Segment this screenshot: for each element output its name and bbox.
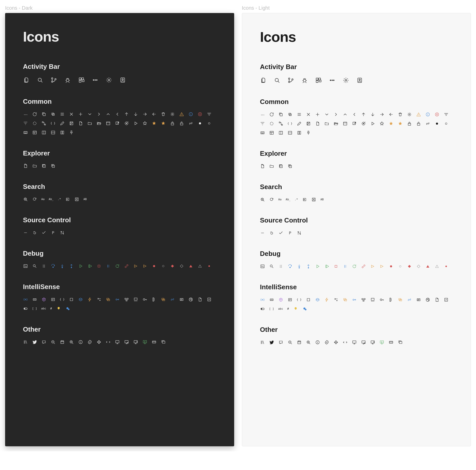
star-outline-icon[interactable] bbox=[142, 121, 147, 126]
symbol-variable-icon[interactable] bbox=[23, 297, 28, 302]
copies-icon[interactable] bbox=[287, 112, 293, 117]
replace-all-icon[interactable]: AB bbox=[83, 197, 87, 202]
arrow-left-icon[interactable] bbox=[152, 112, 157, 117]
credit-card-icon[interactable] bbox=[152, 340, 157, 345]
settings-gear-icon[interactable] bbox=[343, 77, 349, 84]
tree-icon[interactable] bbox=[41, 121, 46, 126]
folder-open-icon[interactable] bbox=[333, 121, 339, 126]
compare-changes-icon[interactable] bbox=[297, 230, 302, 236]
symbol-reference-icon[interactable] bbox=[170, 297, 175, 302]
new-file-icon[interactable] bbox=[260, 164, 265, 169]
discard-icon[interactable] bbox=[32, 230, 37, 235]
more-icon[interactable] bbox=[92, 77, 98, 83]
edit-pencil-icon[interactable] bbox=[297, 121, 302, 126]
symbol-namespace-icon[interactable]: { } bbox=[297, 297, 302, 302]
pin-icon[interactable] bbox=[69, 130, 74, 135]
step-out-icon[interactable] bbox=[306, 264, 311, 269]
library-icon[interactable] bbox=[260, 340, 265, 345]
symbol-class-icon[interactable] bbox=[278, 297, 283, 302]
preserve-case-icon[interactable] bbox=[65, 197, 70, 202]
symbol-module-icon[interactable] bbox=[69, 297, 74, 302]
breakpoint-icon[interactable] bbox=[389, 264, 394, 269]
symbol-field-icon[interactable] bbox=[32, 297, 37, 302]
step-into-icon[interactable] bbox=[297, 264, 302, 269]
folder-icon[interactable] bbox=[324, 121, 329, 126]
extensions-icon[interactable] bbox=[315, 77, 322, 84]
exclude-icon[interactable] bbox=[74, 197, 79, 202]
breakpoint-triangle-outline-icon[interactable] bbox=[197, 264, 203, 269]
files-icon[interactable] bbox=[260, 77, 267, 84]
check-icon[interactable] bbox=[41, 230, 46, 235]
warning-icon[interactable] bbox=[179, 112, 184, 117]
move-icon[interactable] bbox=[96, 340, 102, 345]
stop-icon[interactable] bbox=[96, 264, 102, 269]
lock-icon[interactable] bbox=[407, 121, 412, 126]
search-icon[interactable] bbox=[37, 77, 43, 83]
filter-lines-icon[interactable] bbox=[444, 112, 449, 117]
external-link-icon[interactable] bbox=[352, 121, 357, 126]
symbol-key-icon[interactable] bbox=[142, 297, 147, 302]
new-folder-icon[interactable] bbox=[269, 164, 274, 169]
gripper-icon[interactable] bbox=[278, 264, 283, 269]
search-refresh-icon[interactable] bbox=[32, 197, 37, 202]
add-icon[interactable] bbox=[315, 112, 320, 117]
filter-lines-icon[interactable] bbox=[207, 112, 212, 117]
keyboard-icon[interactable] bbox=[260, 130, 265, 135]
window-icon[interactable] bbox=[106, 121, 111, 126]
settings-gear-icon[interactable] bbox=[106, 77, 112, 83]
info-outline-icon[interactable] bbox=[78, 340, 83, 345]
chevron-up-icon[interactable] bbox=[106, 112, 111, 117]
breakpoint-triangle-icon[interactable] bbox=[188, 264, 193, 269]
ellipsis-icon[interactable]: ⋯ bbox=[260, 112, 265, 117]
vm-connect-icon[interactable] bbox=[133, 340, 138, 345]
folder-icon[interactable] bbox=[87, 121, 92, 126]
search-stop-icon[interactable] bbox=[23, 197, 28, 202]
step-over-icon[interactable] bbox=[287, 264, 293, 269]
symbol-boolean-icon[interactable] bbox=[260, 306, 265, 311]
warning-icon[interactable] bbox=[416, 112, 421, 117]
library-icon[interactable] bbox=[23, 340, 28, 345]
step-into-icon[interactable] bbox=[60, 264, 65, 269]
zoom-in-icon[interactable] bbox=[306, 340, 311, 345]
symbol-misc2-icon[interactable] bbox=[207, 297, 212, 302]
symbol-variable-icon[interactable] bbox=[260, 297, 265, 302]
pause-icon[interactable] bbox=[343, 264, 348, 269]
search-refresh-icon[interactable] bbox=[269, 197, 274, 202]
play-icon[interactable] bbox=[133, 121, 138, 126]
json-braces-icon[interactable]: { } bbox=[287, 121, 293, 126]
symbol-misc2-icon[interactable] bbox=[444, 297, 449, 302]
symbol-struct-icon[interactable] bbox=[361, 297, 366, 302]
circle-filled-icon[interactable] bbox=[434, 121, 440, 126]
comment-icon[interactable] bbox=[41, 340, 46, 345]
move-icon[interactable] bbox=[333, 340, 339, 345]
regex-icon[interactable]: .* bbox=[295, 197, 298, 202]
chevron-left-icon[interactable] bbox=[115, 112, 120, 117]
symbol-ruler-icon[interactable] bbox=[389, 297, 394, 302]
calendar-icon[interactable] bbox=[60, 340, 65, 345]
multiple-windows-icon[interactable] bbox=[398, 340, 403, 345]
trash-icon[interactable] bbox=[161, 112, 166, 117]
remote-icon[interactable] bbox=[106, 340, 111, 345]
keyboard-icon[interactable] bbox=[23, 130, 28, 135]
symbol-number-icon[interactable]: # bbox=[50, 306, 52, 311]
breakpoint-diamond-outline-icon[interactable] bbox=[416, 264, 421, 269]
breakpoint-diamond-icon[interactable] bbox=[170, 264, 175, 269]
symbol-array-icon[interactable]: [ ] bbox=[269, 306, 274, 311]
trash-icon[interactable] bbox=[398, 112, 403, 117]
refresh-icon[interactable] bbox=[32, 112, 37, 117]
lightbulb-autofix-icon[interactable] bbox=[302, 306, 307, 311]
arrow-right-icon[interactable] bbox=[379, 112, 384, 117]
breakpoint-log-icon[interactable] bbox=[142, 264, 147, 269]
calendar-icon[interactable] bbox=[297, 340, 302, 345]
symbol-field-icon[interactable] bbox=[269, 297, 274, 302]
symbol-string-icon[interactable]: abc bbox=[278, 306, 283, 311]
target-icon[interactable] bbox=[124, 121, 129, 126]
filter-icon[interactable] bbox=[260, 121, 265, 126]
remote-icon[interactable] bbox=[343, 340, 348, 345]
symbol-method-icon[interactable] bbox=[315, 297, 320, 302]
symbol-key-icon[interactable] bbox=[379, 297, 384, 302]
star-filled-icon[interactable] bbox=[152, 121, 157, 126]
symbol-event-icon[interactable] bbox=[324, 297, 329, 302]
lightbulb-icon[interactable] bbox=[56, 306, 61, 311]
chevron-down-icon[interactable] bbox=[87, 112, 92, 117]
